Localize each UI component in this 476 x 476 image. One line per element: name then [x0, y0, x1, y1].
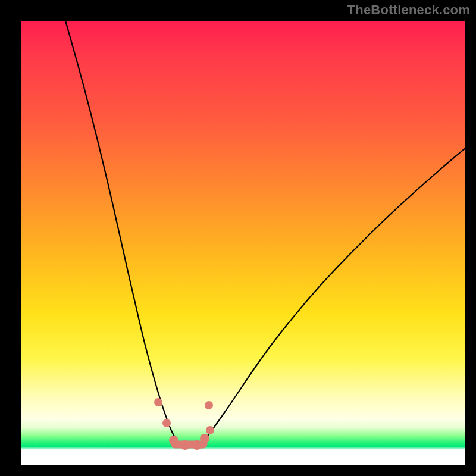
- marker-dot: [205, 401, 213, 409]
- curve-layer: [21, 21, 465, 465]
- marker-dot: [206, 426, 214, 434]
- marker-dot: [154, 398, 162, 406]
- marker-dot: [169, 436, 178, 445]
- marker-dots: [154, 398, 214, 450]
- plot-area: [21, 21, 465, 465]
- marker-dot: [180, 440, 190, 450]
- right-curve: [199, 148, 465, 446]
- marker-dot: [192, 440, 202, 450]
- marker-dot: [200, 434, 209, 443]
- marker-dot: [162, 419, 171, 427]
- watermark-text: TheBottleneck.com: [347, 2, 470, 18]
- chart-container: TheBottleneck.com: [0, 0, 476, 476]
- left-curve: [65, 21, 183, 446]
